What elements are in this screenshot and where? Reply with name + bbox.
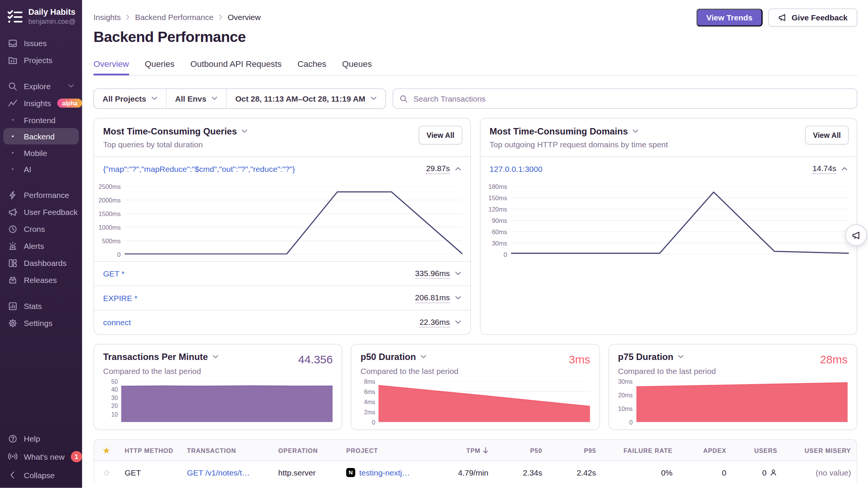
transactions-per-minute-card: Transactions Per Minute 44.356 Compared …	[94, 344, 343, 430]
chevron-down-icon	[632, 129, 639, 133]
col-http-method[interactable]: HTTP METHOD	[119, 447, 181, 454]
col-project[interactable]: PROJECT	[341, 447, 432, 454]
domains-view-all-button[interactable]: View All	[805, 126, 849, 145]
cell-apdex: 0	[678, 468, 732, 477]
breadcrumb-insights[interactable]: Insights	[94, 12, 121, 22]
sidebar-item-ai[interactable]: AI	[0, 161, 82, 178]
sidebar-item-frontend[interactable]: Frontend	[0, 112, 82, 128]
tab-caches[interactable]: Caches	[298, 59, 326, 76]
query-row-expanded: {"map":"?","mapReduce":"$cmd","out":"?",…	[94, 156, 470, 181]
cell-users: 0	[732, 468, 783, 477]
megaphone-icon	[8, 207, 18, 217]
issues-icon	[8, 38, 18, 48]
col-tpm-sorted[interactable]: TPM	[432, 447, 494, 454]
lightning-icon	[8, 190, 18, 200]
domain-duration-toggle[interactable]: 14.74s	[812, 164, 848, 174]
breadcrumb-backend-performance[interactable]: Backend Performance	[135, 12, 213, 22]
query-duration-toggle[interactable]: 206.81ms	[415, 293, 461, 303]
tpm-value: 44.356	[298, 353, 333, 366]
sidebar-item-crons[interactable]: Crons	[0, 221, 82, 238]
chevron-left-icon	[8, 471, 18, 480]
sidebar-item-whats-new[interactable]: What's new 1	[0, 447, 82, 466]
queries-panel-title[interactable]: Most Time-Consuming Queries	[103, 127, 461, 137]
project-filter[interactable]: All Projects	[94, 89, 166, 108]
cell-transaction-link[interactable]: GET /v1/notes/t…	[181, 468, 273, 477]
col-failure-rate[interactable]: FAILURE RATE	[602, 447, 678, 454]
domains-panel-subtitle: Top outgoing HTTP request domains by tim…	[490, 140, 848, 149]
favorite-star-toggle-icon[interactable]: ☆	[94, 467, 119, 477]
tab-queues[interactable]: Queues	[342, 59, 372, 76]
tab-bar: Overview Queries Outbound API Requests C…	[94, 59, 857, 76]
give-feedback-button[interactable]: Give Feedback	[768, 9, 857, 27]
sidebar-item-dashboards[interactable]: Dashboards	[0, 255, 82, 272]
sidebar-item-issues[interactable]: Issues	[0, 35, 82, 52]
col-p50[interactable]: P50	[494, 447, 548, 454]
col-transaction[interactable]: TRANSACTION	[181, 447, 273, 454]
domain-link[interactable]: 127.0.0.1:3000	[490, 164, 542, 173]
floating-feedback-button[interactable]	[845, 224, 867, 246]
tab-outbound-api-requests[interactable]: Outbound API Requests	[190, 59, 281, 76]
project-link[interactable]: testing-nextj…	[359, 468, 410, 477]
query-link[interactable]: {"map":"?","mapReduce":"$cmd","out":"?",…	[103, 164, 295, 173]
date-range-filter[interactable]: Oct 28, 11:13 AM–Oct 28, 11:19 AM	[226, 89, 385, 108]
query-duration-toggle[interactable]: 29.87s	[426, 164, 461, 174]
domains-panel-title[interactable]: Most Time-Consuming Domains	[490, 127, 848, 137]
query-duration-toggle[interactable]: 22.36ms	[419, 317, 461, 327]
col-operation[interactable]: OPERATION	[273, 447, 341, 454]
queries-duration-chart: 2500ms2000ms1500ms1000ms500ms0	[94, 181, 470, 261]
cell-http-method: GET	[119, 468, 181, 477]
query-duration-toggle[interactable]: 335.96ms	[415, 269, 461, 279]
clock-icon	[8, 224, 18, 234]
sidebar-item-performance[interactable]: Performance	[0, 187, 82, 204]
cell-tpm: 4.79/min	[432, 468, 494, 477]
sidebar-item-projects[interactable]: Projects	[0, 52, 82, 69]
environment-filter[interactable]: All Envs	[166, 89, 226, 108]
p75-card-title[interactable]: p75 Duration	[618, 352, 848, 362]
search-transactions	[392, 88, 857, 109]
p50-card-title[interactable]: p50 Duration	[360, 352, 590, 362]
cell-p95: 2.42s	[548, 468, 602, 477]
p75-subtitle: Compared to the last period	[618, 367, 848, 376]
chevron-down-icon	[678, 355, 684, 359]
col-p95[interactable]: P95	[548, 447, 602, 454]
sidebar-item-releases[interactable]: Releases	[0, 272, 82, 289]
chevron-down-icon	[420, 355, 427, 359]
sidebar-item-backend[interactable]: Backend	[3, 128, 79, 145]
search-icon	[399, 94, 408, 103]
query-row: connect 22.36ms	[94, 310, 470, 335]
col-user-misery[interactable]: USER MISERY	[783, 447, 857, 454]
chevron-down-icon	[212, 355, 219, 359]
sidebar-item-explore[interactable]: Explore	[0, 78, 82, 95]
query-link[interactable]: EXPIRE *	[103, 293, 137, 303]
org-switcher[interactable]: Daily Habits benjamin.coe@sent…	[0, 0, 82, 35]
chevron-up-icon	[842, 167, 848, 171]
box-icon	[8, 275, 18, 285]
sidebar-item-alerts[interactable]: Alerts	[0, 238, 82, 255]
line-chart-icon	[8, 98, 18, 108]
view-trends-button[interactable]: View Trends	[696, 9, 763, 27]
favorite-column-header-star-icon[interactable]: ★	[94, 446, 119, 455]
queries-view-all-button[interactable]: View All	[419, 126, 462, 145]
sidebar-item-user-feedback[interactable]: User Feedback	[0, 204, 82, 221]
sidebar-item-mobile[interactable]: Mobile	[0, 145, 82, 161]
query-link[interactable]: GET *	[103, 269, 125, 278]
sidebar-item-stats[interactable]: Stats	[0, 298, 82, 315]
chevron-up-icon	[455, 167, 462, 171]
query-link[interactable]: connect	[103, 318, 131, 327]
domains-duration-chart: 180ms150ms120ms90ms60ms30ms0	[480, 181, 857, 261]
tpm-mini-chart: 5040302010	[103, 381, 333, 422]
sidebar-collapse-button[interactable]: Collapse	[0, 466, 82, 486]
sidebar-item-help[interactable]: Help	[0, 430, 82, 447]
sidebar-item-settings[interactable]: Settings	[0, 315, 82, 332]
sidebar-item-insights[interactable]: Insights alpha	[0, 95, 82, 112]
tab-overview[interactable]: Overview	[94, 59, 129, 76]
main-content: Insights Backend Performance Overview Vi…	[82, 0, 868, 488]
tab-queries[interactable]: Queries	[145, 59, 175, 76]
user-email: benjamin.coe@sent…	[28, 18, 76, 26]
chevron-down-icon	[241, 129, 248, 133]
search-input[interactable]	[393, 88, 857, 109]
bullet-icon	[8, 168, 18, 170]
col-users[interactable]: USERS	[732, 447, 783, 454]
col-apdex[interactable]: APDEX	[678, 447, 732, 454]
cell-p50: 2.34s	[494, 468, 548, 477]
